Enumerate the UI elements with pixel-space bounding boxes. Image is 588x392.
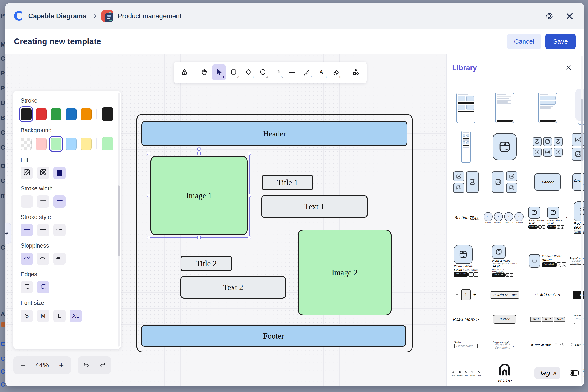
save-button[interactable]: Save bbox=[546, 34, 576, 49]
stroke-current-color[interactable] bbox=[102, 108, 114, 121]
stroke-style-dotted[interactable] bbox=[53, 224, 66, 236]
sloppiness-cartoonist[interactable] bbox=[53, 252, 66, 265]
font-size-xl[interactable]: XL bbox=[70, 310, 82, 322]
stroke-width-bold[interactable] bbox=[37, 195, 49, 208]
tool-ellipse[interactable]: 4 bbox=[256, 64, 270, 80]
edges-sharp[interactable] bbox=[21, 281, 33, 293]
shape-text-1[interactable]: Text 1 bbox=[261, 195, 368, 218]
tool-lock[interactable] bbox=[178, 64, 191, 80]
library-item-section-title[interactable]: Section TitleSee all > bbox=[451, 200, 481, 235]
library-item-image-gallery-left[interactable] bbox=[451, 170, 481, 194]
drawing-canvas[interactable]: 1234567A80 Stroke Background Fill Stroke… bbox=[5, 54, 446, 386]
library-item-product-card-sale[interactable]: Product Name$0.00 $0.00 x%offAdd to Cart… bbox=[451, 241, 481, 281]
resize-handle-sw[interactable] bbox=[147, 236, 150, 239]
edges-round[interactable] bbox=[37, 281, 49, 293]
tool-rectangle[interactable]: 2 bbox=[227, 64, 240, 80]
shape-title-1[interactable]: Title 1 bbox=[262, 175, 313, 190]
shape-title-2[interactable]: Title 2 bbox=[180, 256, 232, 271]
stroke-width-extra-bold[interactable] bbox=[53, 195, 66, 208]
close-icon[interactable] bbox=[564, 10, 576, 22]
shape-header[interactable]: Header bbox=[142, 121, 408, 146]
fill-hachure[interactable] bbox=[21, 167, 33, 179]
cancel-button[interactable]: Cancel bbox=[507, 34, 541, 49]
undo-icon[interactable] bbox=[80, 358, 93, 373]
library-item-add-to-cart-link[interactable]: ♡ Add to Cart bbox=[528, 286, 567, 304]
breadcrumb-document-name[interactable]: Product management bbox=[118, 12, 182, 20]
background-swatch-2[interactable] bbox=[51, 138, 62, 150]
library-scrollbar[interactable] bbox=[581, 56, 583, 384]
resize-handle-nw[interactable] bbox=[147, 152, 150, 155]
zoom-level[interactable]: 44% bbox=[36, 361, 49, 369]
background-swatch-0[interactable] bbox=[21, 138, 32, 150]
library-item-image-gallery-right[interactable] bbox=[484, 170, 526, 194]
zoom-out-button[interactable]: − bbox=[16, 358, 29, 373]
tool-text[interactable]: A8 bbox=[314, 64, 328, 80]
font-size-s[interactable]: S bbox=[21, 310, 33, 322]
tool-hand[interactable] bbox=[198, 64, 211, 80]
stroke-style-dashed[interactable] bbox=[37, 224, 49, 236]
stroke-swatch-1[interactable] bbox=[36, 108, 47, 120]
resize-handle-se[interactable] bbox=[248, 236, 251, 239]
tool-eraser[interactable]: 0 bbox=[329, 64, 343, 80]
background-swatch-1[interactable] bbox=[36, 138, 47, 150]
library-item-product-card-pair[interactable]: Product Name$0.00Add to Cart♡Product Nam… bbox=[528, 200, 567, 235]
library-item-template-category-page[interactable] bbox=[451, 92, 481, 124]
redo-icon[interactable] bbox=[96, 358, 109, 373]
fill-solid[interactable] bbox=[53, 167, 66, 179]
tool-selection[interactable]: 1 bbox=[212, 64, 226, 80]
stroke-swatch-3[interactable] bbox=[66, 108, 76, 120]
resize-handle-ne[interactable] bbox=[248, 152, 251, 155]
library-item-bottom-nav[interactable]: HomeCategoryCartWishlistProfile bbox=[451, 360, 481, 386]
shape-text-2[interactable]: Text 2 bbox=[180, 276, 286, 298]
fill-cross-hatch[interactable] bbox=[37, 167, 49, 179]
settings-gear-icon[interactable] bbox=[543, 10, 555, 22]
library-item-page-title-bar[interactable]: ≡ Title of Page bbox=[528, 335, 567, 354]
library-item-add-to-cart-button[interactable]: ♡ Add to Cart bbox=[484, 286, 526, 304]
library-item-product-image-placeholder[interactable] bbox=[484, 130, 526, 164]
library-item-button-light[interactable]: Button bbox=[484, 309, 526, 330]
library-item-product-row[interactable]: Product Name$0.00Add to Cart♡ bbox=[528, 241, 567, 281]
background-current-color[interactable] bbox=[102, 137, 114, 150]
stroke-style-solid-line[interactable] bbox=[21, 224, 33, 236]
library-close-icon[interactable] bbox=[563, 62, 575, 74]
library-item-product-card-detail[interactable]: Product NameShort Description of product… bbox=[484, 241, 526, 281]
stroke-swatch-2[interactable] bbox=[51, 108, 62, 120]
tag-close-icon[interactable]: x bbox=[553, 370, 556, 376]
library-item-home-icon-large[interactable]: Home bbox=[484, 360, 526, 386]
background-swatch-4[interactable] bbox=[80, 138, 92, 150]
font-size-m[interactable]: M bbox=[37, 310, 49, 322]
stroke-swatch-4[interactable] bbox=[80, 108, 92, 120]
library-item-textbox-field[interactable]: TextBoxPlaceholder bbox=[451, 335, 481, 354]
sloppiness-architect[interactable] bbox=[21, 252, 33, 265]
resize-handle-s[interactable] bbox=[197, 236, 201, 239]
stroke-swatch-0[interactable] bbox=[21, 108, 32, 120]
library-item-read-more-link[interactable]: Read More > bbox=[451, 309, 481, 330]
library-item-template-long-page[interactable] bbox=[451, 130, 481, 164]
library-item-image-grid-2x3[interactable] bbox=[528, 130, 567, 164]
tool-shapes[interactable] bbox=[349, 64, 363, 80]
resize-handle-e[interactable] bbox=[248, 194, 251, 197]
library-item-quantity-stepper[interactable]: −1+ bbox=[451, 286, 481, 304]
panel-collapse-handle[interactable] bbox=[5, 223, 11, 244]
zoom-in-button[interactable]: + bbox=[55, 358, 68, 373]
resize-handle-w[interactable] bbox=[147, 194, 150, 197]
shape-footer[interactable]: Footer bbox=[141, 325, 406, 347]
library-item-template-cart-page[interactable] bbox=[528, 92, 567, 124]
library-item-template-checkout-page[interactable] bbox=[484, 92, 526, 124]
tool-draw[interactable]: 7 bbox=[300, 64, 314, 80]
font-size-l[interactable]: L bbox=[53, 310, 66, 322]
tool-line[interactable]: 6 bbox=[285, 64, 299, 80]
library-item-dropdown-field[interactable]: Dropdown LabelPlease Pick Something⌄ bbox=[484, 335, 526, 354]
tool-diamond[interactable]: 3 bbox=[241, 64, 255, 80]
shape-image-2[interactable]: Image 2 bbox=[298, 230, 392, 316]
sloppiness-artist[interactable] bbox=[37, 252, 49, 265]
library-item-tag-chip[interactable]: Tagx bbox=[528, 360, 567, 386]
app-logo[interactable]: C bbox=[14, 10, 23, 22]
panel-scrollbar[interactable] bbox=[118, 93, 120, 347]
background-swatch-3[interactable] bbox=[66, 138, 76, 150]
resize-handle-n[interactable] bbox=[197, 152, 201, 155]
library-item-category-circles[interactable]: ♂Category 1♀Category 2♂Category 3♀Catego… bbox=[484, 200, 526, 235]
library-item-tab-bar[interactable]: Tab1Tab2Tab3 bbox=[528, 309, 567, 330]
stroke-width-thin[interactable] bbox=[21, 195, 33, 208]
selection-box[interactable] bbox=[148, 153, 250, 238]
